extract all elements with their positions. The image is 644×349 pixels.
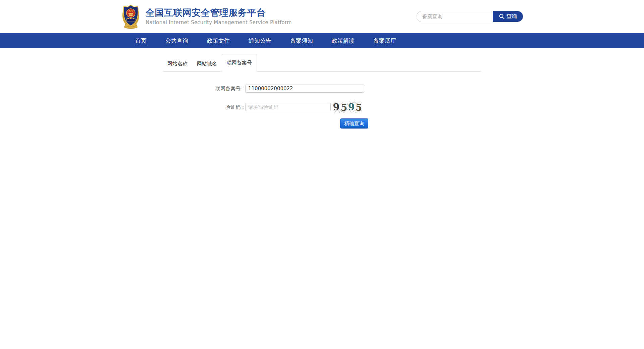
page-subtitle: National Internet Security Management Se…	[146, 19, 292, 26]
nav-item-home[interactable]: 首页	[126, 33, 156, 48]
nav-item-policy-documents[interactable]: 政策文件	[198, 33, 239, 48]
captcha-label: 验证码 :	[163, 104, 245, 110]
record-number-label: 联网备案号 :	[163, 86, 245, 92]
tab-website-domain[interactable]: 网站域名	[192, 56, 222, 71]
police-badge-logo	[121, 4, 141, 29]
main-content: 网站名称 网站域名 联网备案号 联网备案号 : 验证码 :	[163, 54, 481, 129]
nav-item-record-hall[interactable]: 备案展厅	[364, 33, 406, 48]
precise-query-button[interactable]: 精确查询	[340, 118, 368, 129]
page-title: 全国互联网安全管理服务平台	[146, 7, 292, 18]
tab-website-name[interactable]: 网站名称	[163, 56, 192, 71]
captcha-image[interactable]: 9 5 9 5	[333, 101, 362, 113]
search-button-label: 查询	[506, 13, 517, 20]
header-search: 查询	[417, 11, 523, 22]
submit-row: 精确查询	[163, 118, 481, 129]
nav-item-record-instructions[interactable]: 备案须知	[281, 33, 322, 48]
captcha-row: 验证码 : 9 5 9	[163, 101, 481, 113]
nav-item-notices[interactable]: 通知公告	[239, 33, 281, 48]
search-button[interactable]: 查询	[493, 11, 523, 22]
nav-item-policy-interpretation[interactable]: 政策解读	[322, 33, 364, 48]
captcha-digits: 9 5 9 5	[333, 101, 362, 113]
nav-item-public-query[interactable]: 公共查询	[156, 33, 198, 48]
site-header: 全国互联网安全管理服务平台 National Internet Security…	[0, 0, 644, 33]
record-query-form: 联网备案号 : 验证码 : 9	[163, 85, 481, 129]
main-nav: 首页 公共查询 政策文件 通知公告 备案须知 政策解读 备案展厅	[0, 33, 644, 48]
captcha-input[interactable]	[245, 103, 331, 111]
query-tabs: 网站名称 网站域名 联网备案号	[163, 54, 481, 72]
search-icon	[499, 13, 505, 19]
record-number-row: 联网备案号 :	[163, 85, 481, 93]
record-number-input[interactable]	[245, 85, 364, 93]
brand: 全国互联网安全管理服务平台 National Internet Security…	[121, 4, 292, 29]
search-input[interactable]	[417, 11, 493, 22]
tab-record-number[interactable]: 联网备案号	[222, 54, 257, 72]
